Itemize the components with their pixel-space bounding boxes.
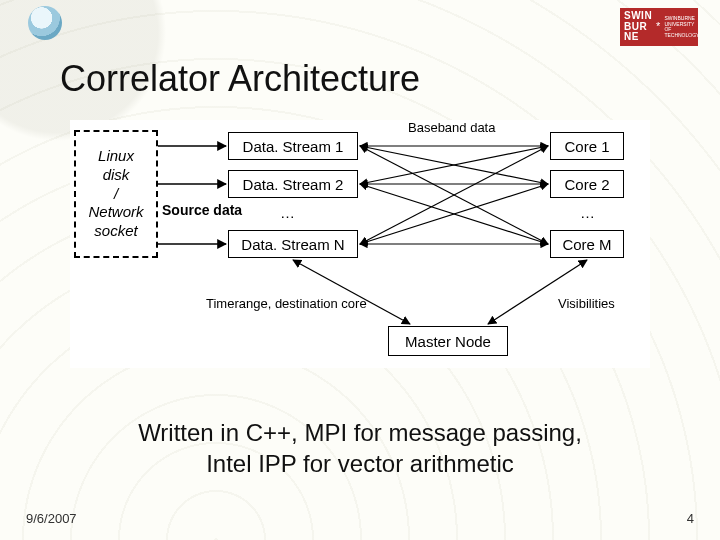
svg-line-6 bbox=[360, 146, 548, 184]
datastream-1-box: Data. Stream 1 bbox=[228, 132, 358, 160]
globe-icon bbox=[28, 6, 62, 40]
datastream-n-box: Data. Stream N bbox=[228, 230, 358, 258]
visibilities-label: Visibilities bbox=[558, 296, 615, 311]
caption: Written in C++, MPI for message passing,… bbox=[0, 418, 720, 479]
footer-date: 9/6/2007 bbox=[26, 511, 77, 526]
baseband-label: Baseband data bbox=[408, 120, 495, 135]
slide: SWIN BUR NE * SWINBURNE UNIVERSITY OF TE… bbox=[0, 0, 720, 540]
svg-line-13 bbox=[488, 260, 587, 324]
source-data-label: Source data bbox=[162, 202, 222, 218]
star-icon: * bbox=[652, 21, 664, 33]
core-1-box: Core 1 bbox=[550, 132, 624, 160]
svg-line-8 bbox=[360, 184, 548, 244]
caption-line-1: Written in C++, MPI for message passing, bbox=[0, 418, 720, 449]
logo-text-3: NE bbox=[624, 32, 652, 43]
datastream-dots: … bbox=[280, 204, 295, 221]
caption-line-2: Intel IPP for vector arithmetic bbox=[0, 449, 720, 480]
datastream-2-box: Data. Stream 2 bbox=[228, 170, 358, 198]
source-line-5: socket bbox=[94, 222, 137, 241]
svg-line-5 bbox=[360, 146, 548, 244]
core-m-box: Core M bbox=[550, 230, 624, 258]
source-line-1: Linux bbox=[98, 147, 134, 166]
slide-title: Correlator Architecture bbox=[60, 58, 420, 100]
logo-sub-3: TECHNOLOGY bbox=[664, 33, 699, 39]
logo-sub-2: UNIVERSITY OF bbox=[664, 22, 699, 33]
source-line-3: / bbox=[114, 185, 118, 204]
architecture-diagram: Linux disk / Network socket Source data … bbox=[70, 120, 650, 368]
source-line-4: Network bbox=[88, 203, 143, 222]
timerange-label: Timerange, destination core bbox=[206, 296, 367, 311]
core-dots: … bbox=[580, 204, 595, 221]
core-2-box: Core 2 bbox=[550, 170, 624, 198]
footer-page-number: 4 bbox=[687, 511, 694, 526]
svg-line-4 bbox=[360, 146, 548, 184]
master-node-box: Master Node bbox=[388, 326, 508, 356]
source-box: Linux disk / Network socket bbox=[74, 130, 158, 258]
top-bar: SWIN BUR NE * SWINBURNE UNIVERSITY OF TE… bbox=[0, 4, 720, 50]
svg-line-9 bbox=[360, 146, 548, 244]
svg-line-12 bbox=[293, 260, 410, 324]
university-logo: SWIN BUR NE * SWINBURNE UNIVERSITY OF TE… bbox=[620, 8, 698, 46]
source-line-2: disk bbox=[103, 166, 130, 185]
svg-line-10 bbox=[360, 184, 548, 244]
